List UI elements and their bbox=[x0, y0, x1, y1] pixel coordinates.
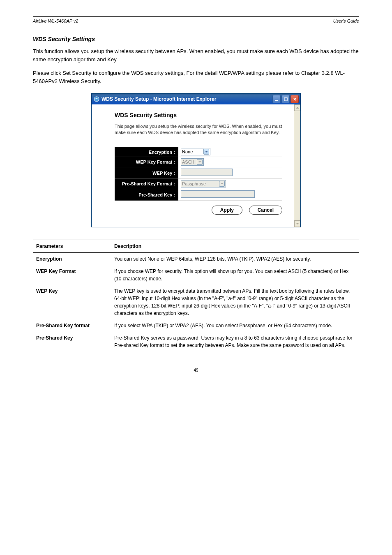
section-intro: This function allows you setup the wirel… bbox=[33, 47, 359, 63]
header-product: AirLive WL-5460AP v2 bbox=[33, 18, 78, 23]
wep-format-label: WEP Key Format : bbox=[115, 157, 178, 167]
header-doc: User's Guide bbox=[333, 18, 359, 23]
section-title: WDS Security Settings bbox=[33, 36, 359, 42]
param-name: WEP Key Format bbox=[33, 265, 111, 285]
window-title: WDS Security Setup - Microsoft Internet … bbox=[101, 96, 272, 102]
close-button[interactable] bbox=[291, 95, 299, 103]
chevron-down-icon bbox=[219, 181, 225, 187]
chevron-down-icon bbox=[197, 159, 203, 165]
chevron-down-icon bbox=[203, 149, 209, 155]
ie-icon bbox=[93, 96, 100, 102]
param-desc: If you choose WEP for security. This opt… bbox=[111, 265, 359, 285]
window-titlebar: WDS Security Setup - Microsoft Internet … bbox=[92, 94, 300, 104]
param-desc: You can select None or WEP 64bits, WEP 1… bbox=[111, 253, 359, 266]
table-row: WEP Key Format If you choose WEP for sec… bbox=[33, 265, 359, 285]
wep-format-value: ASCII bbox=[182, 160, 194, 164]
scroll-up-icon[interactable] bbox=[294, 104, 300, 111]
table-header-desc: Description bbox=[111, 240, 359, 253]
param-name: Pre-Shared Key bbox=[33, 332, 111, 352]
scroll-down-icon[interactable] bbox=[294, 220, 300, 227]
psk-format-select[interactable]: Passphrase bbox=[181, 180, 226, 187]
table-row: Pre-Shared Key Pre-Shared Key serves as … bbox=[33, 332, 359, 352]
psk-format-value: Passphrase bbox=[182, 181, 206, 186]
section-note: Please click Set Security to configure t… bbox=[33, 69, 359, 85]
wep-key-input[interactable] bbox=[181, 169, 233, 176]
panel-description: This page allows you setup the wireless … bbox=[115, 123, 282, 136]
wep-key-label: WEP Key : bbox=[115, 167, 178, 179]
vertical-scrollbar[interactable] bbox=[294, 104, 300, 227]
parameters-table: Parameters Description Encryption You ca… bbox=[33, 240, 359, 352]
svg-rect-1 bbox=[275, 100, 278, 101]
panel-title: WDS Security Settings bbox=[115, 112, 282, 118]
browser-window: WDS Security Setup - Microsoft Internet … bbox=[91, 93, 301, 227]
param-desc: Pre-Shared Key serves as a password. Use… bbox=[111, 332, 359, 352]
psk-label: Pre-Shared Key : bbox=[115, 189, 178, 201]
psk-format-label: Pre-Shared Key Format : bbox=[115, 179, 178, 189]
encryption-label: Encryption : bbox=[115, 147, 178, 157]
encryption-value: None bbox=[182, 149, 193, 154]
apply-button[interactable]: Apply bbox=[212, 206, 242, 215]
param-name: Pre-Shared Key format bbox=[33, 319, 111, 332]
wep-format-select[interactable]: ASCII bbox=[181, 158, 204, 166]
param-desc: The WEP key is used to encrypt data tran… bbox=[111, 285, 359, 319]
cancel-button[interactable]: Cancel bbox=[249, 206, 282, 215]
param-desc: If you select WPA (TKIP) or WPA2 (AES). … bbox=[111, 319, 359, 332]
page-number: 49 bbox=[33, 368, 359, 372]
psk-input[interactable] bbox=[181, 190, 255, 198]
encryption-select[interactable]: None bbox=[181, 148, 210, 155]
table-header-param: Parameters bbox=[33, 240, 111, 253]
table-row: WEP Key The WEP key is used to encrypt d… bbox=[33, 285, 359, 319]
maximize-button[interactable] bbox=[281, 95, 290, 103]
param-name: Encryption bbox=[33, 253, 111, 266]
param-name: WEP Key bbox=[33, 285, 111, 319]
table-row: Pre-Shared Key format If you select WPA … bbox=[33, 319, 359, 332]
table-row: Encryption You can select None or WEP 64… bbox=[33, 253, 359, 266]
minimize-button[interactable] bbox=[272, 95, 281, 103]
svg-rect-2 bbox=[284, 97, 287, 100]
